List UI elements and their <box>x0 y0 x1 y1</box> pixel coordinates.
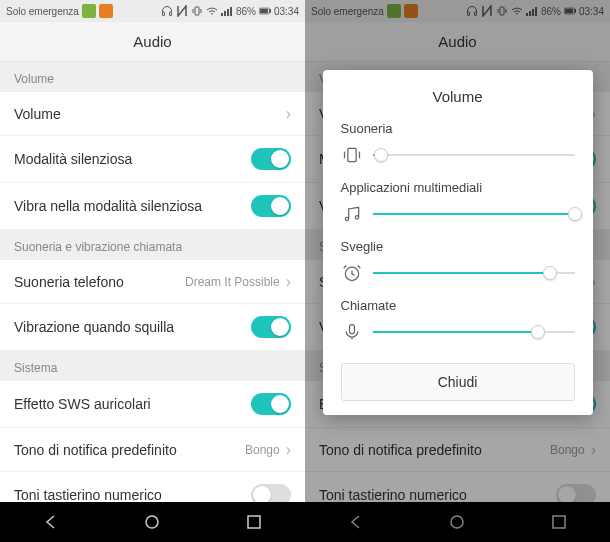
nav-recent-icon[interactable] <box>245 513 263 531</box>
svg-rect-4 <box>224 11 226 16</box>
ringtone-value: Dream It Possible <box>185 275 280 289</box>
slider-thumb[interactable] <box>374 148 388 162</box>
vibrate-icon <box>341 144 363 166</box>
battery-pct: 86% <box>236 6 256 17</box>
slider-track[interactable] <box>373 331 575 333</box>
nfc-icon <box>176 5 188 17</box>
settings-list: Volume Volume › Modalità silenziosa Vibr… <box>0 62 305 502</box>
svg-point-25 <box>345 217 348 220</box>
slider-ringtone: Suoneria <box>341 121 575 166</box>
page-title: Audio <box>0 22 305 62</box>
phone-right: Solo emergenza 86% 03:34 Audio Volume Vo… <box>305 0 610 542</box>
music-note-icon <box>341 203 363 225</box>
slider-thumb[interactable] <box>568 207 582 221</box>
svg-rect-28 <box>349 325 354 334</box>
chevron-right-icon: › <box>286 273 291 291</box>
app-badge-icon <box>82 4 96 18</box>
row-silent-mode[interactable]: Modalità silenziosa <box>0 136 305 183</box>
slider-track[interactable] <box>373 154 575 156</box>
section-system: Sistema <box>0 351 305 381</box>
statusbar: Solo emergenza 86% 03:34 <box>0 0 305 22</box>
svg-point-10 <box>146 516 158 528</box>
slider-alarm: Sveglie <box>341 239 575 284</box>
microphone-icon <box>341 321 363 343</box>
slider-media: Applicazioni multimediali <box>341 180 575 225</box>
row-notification-tone[interactable]: Tono di notifica predefinito Bongo › <box>0 428 305 472</box>
svg-rect-5 <box>227 9 229 16</box>
nav-back-icon[interactable] <box>42 513 60 531</box>
svg-rect-0 <box>162 12 164 16</box>
alarm-icon <box>341 262 363 284</box>
toggle-keypad-tones[interactable] <box>251 484 291 502</box>
headphones-icon <box>161 5 173 17</box>
slider-track[interactable] <box>373 213 575 215</box>
battery-icon <box>259 5 271 17</box>
close-button[interactable]: Chiudi <box>341 363 575 401</box>
volume-dialog: Volume Suoneria Applicazioni multimedial… <box>323 70 593 415</box>
toggle-vibrate-silent[interactable] <box>251 195 291 217</box>
svg-rect-3 <box>221 13 223 16</box>
notification-value: Bongo <box>245 443 280 457</box>
wifi-icon <box>206 5 218 17</box>
slider-thumb[interactable] <box>543 266 557 280</box>
dialog-overlay[interactable]: Volume Suoneria Applicazioni multimedial… <box>305 0 610 542</box>
navbar <box>0 502 305 542</box>
svg-rect-11 <box>248 516 260 528</box>
phone-left: Solo emergenza 86% 03:34 Audio Volume Vo… <box>0 0 305 542</box>
toggle-vibrate-ring[interactable] <box>251 316 291 338</box>
svg-rect-8 <box>270 10 271 13</box>
chevron-right-icon: › <box>286 105 291 123</box>
carrier-text: Solo emergenza <box>6 6 79 17</box>
clock: 03:34 <box>274 6 299 17</box>
row-volume[interactable]: Volume › <box>0 92 305 136</box>
row-vibrate-ring[interactable]: Vibrazione quando squilla <box>0 304 305 351</box>
svg-rect-1 <box>169 12 171 16</box>
chevron-right-icon: › <box>286 441 291 459</box>
slider-track[interactable] <box>373 272 575 274</box>
section-ringtone: Suoneria e vibrazione chiamata <box>0 230 305 260</box>
app-badge-icon <box>99 4 113 18</box>
svg-point-26 <box>355 216 358 219</box>
svg-rect-9 <box>260 9 267 13</box>
row-sws-effect[interactable]: Effetto SWS auricolari <box>0 381 305 428</box>
slider-calls: Chiamate <box>341 298 575 343</box>
signal-icon <box>221 5 233 17</box>
slider-thumb[interactable] <box>531 325 545 339</box>
dialog-title: Volume <box>341 88 575 105</box>
row-phone-ringtone[interactable]: Suoneria telefono Dream It Possible › <box>0 260 305 304</box>
svg-rect-2 <box>195 7 199 15</box>
section-volume: Volume <box>0 62 305 92</box>
vibrate-icon <box>191 5 203 17</box>
toggle-sws[interactable] <box>251 393 291 415</box>
svg-rect-24 <box>347 148 355 161</box>
nav-home-icon[interactable] <box>143 513 161 531</box>
toggle-silent-mode[interactable] <box>251 148 291 170</box>
svg-rect-6 <box>230 7 232 16</box>
row-keypad-tones[interactable]: Toni tastierino numerico <box>0 472 305 502</box>
row-vibrate-silent[interactable]: Vibra nella modalità silenziosa <box>0 183 305 230</box>
